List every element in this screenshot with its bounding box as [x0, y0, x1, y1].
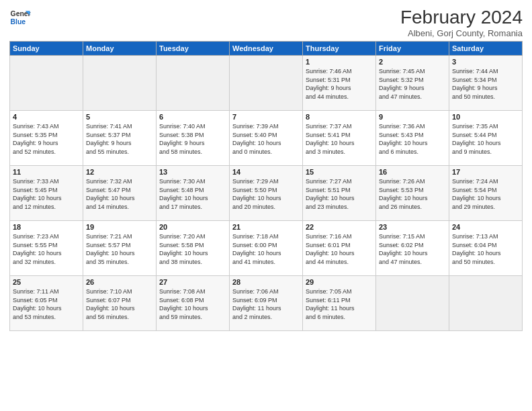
- page-container: General Blue February 2024 Albeni, Gorj …: [0, 0, 532, 335]
- col-monday: Monday: [83, 42, 157, 56]
- day-number: 14: [232, 168, 300, 176]
- day-info: Sunrise: 7:27 AM Sunset: 5:51 PM Dayligh…: [306, 177, 373, 211]
- day-info: Sunrise: 7:30 AM Sunset: 5:48 PM Dayligh…: [159, 177, 226, 211]
- day-number: 3: [452, 58, 519, 66]
- day-number: 23: [379, 223, 446, 231]
- calendar-cell: [10, 56, 83, 111]
- calendar-cell: 16Sunrise: 7:26 AM Sunset: 5:53 PM Dayli…: [376, 166, 449, 221]
- day-number: 26: [86, 278, 153, 286]
- day-info: Sunrise: 7:23 AM Sunset: 5:55 PM Dayligh…: [13, 232, 80, 266]
- day-info: Sunrise: 7:10 AM Sunset: 6:07 PM Dayligh…: [86, 287, 153, 321]
- calendar-cell: 8Sunrise: 7:37 AM Sunset: 5:41 PM Daylig…: [303, 111, 376, 166]
- day-info: Sunrise: 7:45 AM Sunset: 5:32 PM Dayligh…: [379, 67, 446, 101]
- day-info: Sunrise: 7:24 AM Sunset: 5:54 PM Dayligh…: [452, 177, 519, 211]
- header: General Blue February 2024 Albeni, Gorj …: [9, 7, 523, 38]
- day-info: Sunrise: 7:35 AM Sunset: 5:44 PM Dayligh…: [452, 122, 519, 156]
- day-number: 27: [159, 278, 226, 286]
- calendar-cell: [157, 56, 230, 111]
- calendar-week-4: 25Sunrise: 7:11 AM Sunset: 6:05 PM Dayli…: [10, 276, 523, 331]
- day-info: Sunrise: 7:29 AM Sunset: 5:50 PM Dayligh…: [232, 177, 300, 211]
- calendar-week-0: 1Sunrise: 7:46 AM Sunset: 5:31 PM Daylig…: [10, 56, 523, 111]
- day-info: Sunrise: 7:08 AM Sunset: 6:08 PM Dayligh…: [159, 287, 226, 321]
- day-info: Sunrise: 7:05 AM Sunset: 6:11 PM Dayligh…: [306, 287, 373, 321]
- calendar-cell: 15Sunrise: 7:27 AM Sunset: 5:51 PM Dayli…: [303, 166, 376, 221]
- day-info: Sunrise: 7:06 AM Sunset: 6:09 PM Dayligh…: [232, 287, 300, 321]
- day-info: Sunrise: 7:20 AM Sunset: 5:58 PM Dayligh…: [159, 232, 226, 266]
- calendar-cell: 22Sunrise: 7:16 AM Sunset: 6:01 PM Dayli…: [303, 221, 376, 276]
- day-info: Sunrise: 7:26 AM Sunset: 5:53 PM Dayligh…: [379, 177, 446, 211]
- day-info: Sunrise: 7:46 AM Sunset: 5:31 PM Dayligh…: [306, 67, 373, 101]
- calendar-cell: [83, 56, 157, 111]
- day-number: 20: [159, 223, 226, 231]
- calendar-cell: 19Sunrise: 7:21 AM Sunset: 5:57 PM Dayli…: [83, 221, 157, 276]
- calendar-cell: 20Sunrise: 7:20 AM Sunset: 5:58 PM Dayli…: [157, 221, 230, 276]
- calendar-cell: [449, 276, 523, 331]
- calendar-cell: 1Sunrise: 7:46 AM Sunset: 5:31 PM Daylig…: [303, 56, 376, 111]
- calendar-cell: 25Sunrise: 7:11 AM Sunset: 6:05 PM Dayli…: [10, 276, 83, 331]
- day-info: Sunrise: 7:21 AM Sunset: 5:57 PM Dayligh…: [86, 232, 153, 266]
- day-number: 25: [13, 278, 80, 286]
- location: Albeni, Gorj County, Romania: [400, 28, 523, 38]
- col-saturday: Saturday: [449, 42, 523, 56]
- calendar-cell: 10Sunrise: 7:35 AM Sunset: 5:44 PM Dayli…: [449, 111, 523, 166]
- calendar-cell: 12Sunrise: 7:32 AM Sunset: 5:47 PM Dayli…: [83, 166, 157, 221]
- calendar-cell: 6Sunrise: 7:40 AM Sunset: 5:38 PM Daylig…: [157, 111, 230, 166]
- day-number: 17: [452, 168, 519, 176]
- day-number: 10: [452, 113, 519, 121]
- day-number: 7: [232, 113, 300, 121]
- day-number: 6: [159, 113, 226, 121]
- col-thursday: Thursday: [303, 42, 376, 56]
- calendar-cell: 26Sunrise: 7:10 AM Sunset: 6:07 PM Dayli…: [83, 276, 157, 331]
- calendar-cell: 14Sunrise: 7:29 AM Sunset: 5:50 PM Dayli…: [230, 166, 303, 221]
- calendar-cell: 18Sunrise: 7:23 AM Sunset: 5:55 PM Dayli…: [10, 221, 83, 276]
- month-title: February 2024: [400, 7, 523, 28]
- day-number: 4: [13, 113, 80, 121]
- day-info: Sunrise: 7:44 AM Sunset: 5:34 PM Dayligh…: [452, 67, 519, 101]
- day-number: 18: [13, 223, 80, 231]
- col-wednesday: Wednesday: [230, 42, 303, 56]
- day-number: 15: [306, 168, 373, 176]
- day-info: Sunrise: 7:33 AM Sunset: 5:45 PM Dayligh…: [13, 177, 80, 211]
- day-info: Sunrise: 7:39 AM Sunset: 5:40 PM Dayligh…: [232, 122, 300, 156]
- day-info: Sunrise: 7:43 AM Sunset: 5:35 PM Dayligh…: [13, 122, 80, 156]
- calendar-cell: 24Sunrise: 7:13 AM Sunset: 6:04 PM Dayli…: [449, 221, 523, 276]
- day-number: 2: [379, 58, 446, 66]
- calendar-cell: 13Sunrise: 7:30 AM Sunset: 5:48 PM Dayli…: [157, 166, 230, 221]
- day-number: 29: [306, 278, 373, 286]
- calendar-cell: 23Sunrise: 7:15 AM Sunset: 6:02 PM Dayli…: [376, 221, 449, 276]
- day-info: Sunrise: 7:32 AM Sunset: 5:47 PM Dayligh…: [86, 177, 153, 211]
- calendar-cell: 28Sunrise: 7:06 AM Sunset: 6:09 PM Dayli…: [230, 276, 303, 331]
- day-number: 24: [452, 223, 519, 231]
- calendar-cell: 27Sunrise: 7:08 AM Sunset: 6:08 PM Dayli…: [157, 276, 230, 331]
- day-number: 21: [232, 223, 300, 231]
- calendar-cell: 2Sunrise: 7:45 AM Sunset: 5:32 PM Daylig…: [376, 56, 449, 111]
- calendar-cell: 9Sunrise: 7:36 AM Sunset: 5:43 PM Daylig…: [376, 111, 449, 166]
- day-number: 16: [379, 168, 446, 176]
- day-info: Sunrise: 7:15 AM Sunset: 6:02 PM Dayligh…: [379, 232, 446, 266]
- calendar-cell: 21Sunrise: 7:18 AM Sunset: 6:00 PM Dayli…: [230, 221, 303, 276]
- day-info: Sunrise: 7:40 AM Sunset: 5:38 PM Dayligh…: [159, 122, 226, 156]
- day-number: 28: [232, 278, 300, 286]
- col-tuesday: Tuesday: [157, 42, 230, 56]
- day-number: 13: [159, 168, 226, 176]
- day-number: 1: [306, 58, 373, 66]
- title-block: February 2024 Albeni, Gorj County, Roman…: [400, 7, 523, 38]
- calendar-week-2: 11Sunrise: 7:33 AM Sunset: 5:45 PM Dayli…: [10, 166, 523, 221]
- day-info: Sunrise: 7:18 AM Sunset: 6:00 PM Dayligh…: [232, 232, 300, 266]
- day-number: 12: [86, 168, 153, 176]
- logo-icon: General Blue: [9, 7, 31, 28]
- day-info: Sunrise: 7:41 AM Sunset: 5:37 PM Dayligh…: [86, 122, 153, 156]
- day-number: 8: [306, 113, 373, 121]
- day-info: Sunrise: 7:13 AM Sunset: 6:04 PM Dayligh…: [452, 232, 519, 266]
- calendar-cell: [376, 276, 449, 331]
- calendar-cell: 29Sunrise: 7:05 AM Sunset: 6:11 PM Dayli…: [303, 276, 376, 331]
- col-sunday: Sunday: [10, 42, 83, 56]
- day-info: Sunrise: 7:37 AM Sunset: 5:41 PM Dayligh…: [306, 122, 373, 156]
- day-number: 11: [13, 168, 80, 176]
- day-number: 22: [306, 223, 373, 231]
- calendar-week-1: 4Sunrise: 7:43 AM Sunset: 5:35 PM Daylig…: [10, 111, 523, 166]
- logo: General Blue: [9, 7, 31, 28]
- calendar-cell: 4Sunrise: 7:43 AM Sunset: 5:35 PM Daylig…: [10, 111, 83, 166]
- day-info: Sunrise: 7:11 AM Sunset: 6:05 PM Dayligh…: [13, 287, 80, 321]
- calendar-cell: 5Sunrise: 7:41 AM Sunset: 5:37 PM Daylig…: [83, 111, 157, 166]
